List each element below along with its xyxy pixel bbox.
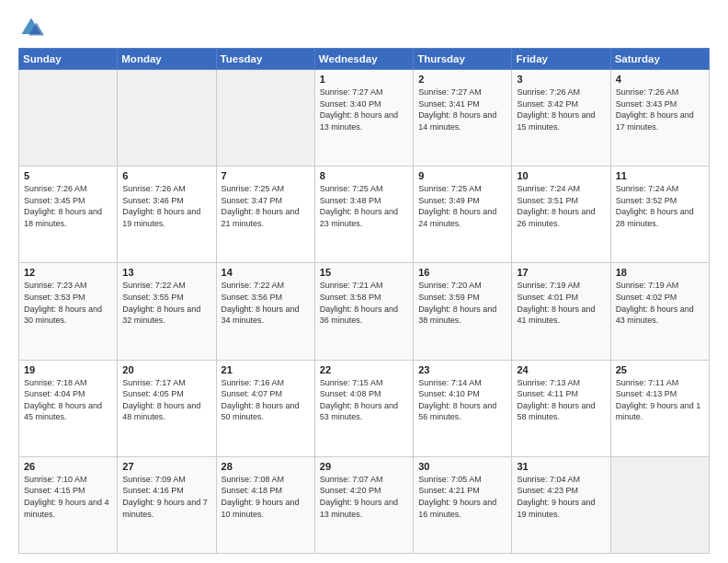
day-info: Sunrise: 7:09 AMSunset: 4:16 PMDaylight:…: [122, 474, 210, 520]
calendar-cell: 30Sunrise: 7:05 AMSunset: 4:21 PMDayligh…: [414, 456, 512, 553]
day-number: 21: [222, 364, 310, 375]
calendar-cell: 4Sunrise: 7:26 AMSunset: 3:43 PMDaylight…: [610, 70, 709, 167]
calendar-cell: 21Sunrise: 7:16 AMSunset: 4:07 PMDayligh…: [216, 360, 314, 456]
calendar-cell: 26Sunrise: 7:10 AMSunset: 4:15 PMDayligh…: [19, 456, 118, 553]
day-number: 6: [122, 170, 210, 181]
calendar-cell: 20Sunrise: 7:17 AMSunset: 4:05 PMDayligh…: [118, 360, 216, 456]
calendar-cell: [216, 70, 314, 167]
calendar-cell: 28Sunrise: 7:08 AMSunset: 4:18 PMDayligh…: [216, 456, 314, 553]
day-info: Sunrise: 7:22 AMSunset: 3:56 PMDaylight:…: [222, 280, 310, 326]
calendar-cell: 31Sunrise: 7:04 AMSunset: 4:23 PMDayligh…: [512, 456, 610, 553]
calendar-cell: 2Sunrise: 7:27 AMSunset: 3:41 PMDaylight…: [414, 70, 512, 167]
day-info: Sunrise: 7:24 AMSunset: 3:51 PMDaylight:…: [517, 183, 605, 229]
logo-icon: [18, 15, 44, 40]
day-number: 20: [122, 364, 210, 375]
day-info: Sunrise: 7:07 AMSunset: 4:20 PMDaylight:…: [320, 474, 408, 520]
calendar-cell: 5Sunrise: 7:26 AMSunset: 3:45 PMDaylight…: [19, 167, 118, 263]
page: SundayMondayTuesdayWednesdayThursdayFrid…: [0, 0, 728, 563]
day-number: 3: [517, 74, 605, 85]
calendar-cell: 15Sunrise: 7:21 AMSunset: 3:58 PMDayligh…: [314, 263, 413, 360]
day-info: Sunrise: 7:16 AMSunset: 4:07 PMDaylight:…: [222, 377, 310, 423]
day-number: 26: [24, 461, 112, 472]
day-number: 31: [517, 461, 605, 472]
day-number: 1: [320, 74, 408, 85]
day-number: 30: [418, 461, 506, 472]
day-number: 17: [517, 267, 605, 278]
day-info: Sunrise: 7:25 AMSunset: 3:49 PMDaylight:…: [418, 183, 506, 229]
day-number: 14: [222, 267, 310, 278]
day-info: Sunrise: 7:23 AMSunset: 3:53 PMDaylight:…: [24, 280, 112, 326]
day-info: Sunrise: 7:04 AMSunset: 4:23 PMDaylight:…: [517, 474, 605, 520]
calendar-cell: 14Sunrise: 7:22 AMSunset: 3:56 PMDayligh…: [216, 263, 314, 360]
weekday-header-thursday: Thursday: [414, 49, 512, 70]
weekday-header-sunday: Sunday: [19, 49, 118, 70]
weekday-header-tuesday: Tuesday: [216, 49, 314, 70]
calendar-cell: 1Sunrise: 7:27 AMSunset: 3:40 PMDaylight…: [314, 70, 413, 167]
day-number: 28: [222, 461, 310, 472]
day-number: 2: [418, 74, 506, 85]
day-info: Sunrise: 7:15 AMSunset: 4:08 PMDaylight:…: [320, 377, 408, 423]
day-info: Sunrise: 7:19 AMSunset: 4:01 PMDaylight:…: [517, 280, 605, 326]
calendar-cell: 23Sunrise: 7:14 AMSunset: 4:10 PMDayligh…: [414, 360, 512, 456]
calendar-cell: 24Sunrise: 7:13 AMSunset: 4:11 PMDayligh…: [512, 360, 610, 456]
day-info: Sunrise: 7:19 AMSunset: 4:02 PMDaylight:…: [616, 280, 704, 326]
weekday-header-row: SundayMondayTuesdayWednesdayThursdayFrid…: [19, 49, 710, 70]
calendar-week-1: 1Sunrise: 7:27 AMSunset: 3:40 PMDaylight…: [19, 70, 710, 167]
day-info: Sunrise: 7:25 AMSunset: 3:47 PMDaylight:…: [222, 183, 310, 229]
calendar-cell: 11Sunrise: 7:24 AMSunset: 3:52 PMDayligh…: [610, 167, 709, 263]
calendar-cell: 25Sunrise: 7:11 AMSunset: 4:13 PMDayligh…: [610, 360, 709, 456]
day-number: 29: [320, 461, 408, 472]
day-number: 23: [418, 364, 506, 375]
day-info: Sunrise: 7:08 AMSunset: 4:18 PMDaylight:…: [222, 474, 310, 520]
day-number: 10: [517, 170, 605, 181]
weekday-header-saturday: Saturday: [610, 49, 709, 70]
day-info: Sunrise: 7:21 AMSunset: 3:58 PMDaylight:…: [320, 280, 408, 326]
day-info: Sunrise: 7:26 AMSunset: 3:43 PMDaylight:…: [616, 86, 704, 132]
day-info: Sunrise: 7:27 AMSunset: 3:41 PMDaylight:…: [418, 86, 506, 132]
calendar-cell: 19Sunrise: 7:18 AMSunset: 4:04 PMDayligh…: [19, 360, 118, 456]
calendar-cell: [118, 70, 216, 167]
day-number: 12: [24, 267, 112, 278]
calendar-week-5: 26Sunrise: 7:10 AMSunset: 4:15 PMDayligh…: [19, 456, 710, 553]
calendar-cell: 8Sunrise: 7:25 AMSunset: 3:48 PMDaylight…: [314, 167, 413, 263]
day-number: 8: [320, 170, 408, 181]
calendar-week-2: 5Sunrise: 7:26 AMSunset: 3:45 PMDaylight…: [19, 167, 710, 263]
day-info: Sunrise: 7:26 AMSunset: 3:42 PMDaylight:…: [517, 86, 605, 132]
calendar-cell: 22Sunrise: 7:15 AMSunset: 4:08 PMDayligh…: [314, 360, 413, 456]
calendar-cell: 12Sunrise: 7:23 AMSunset: 3:53 PMDayligh…: [19, 263, 118, 360]
calendar-cell: [610, 456, 709, 553]
calendar-week-3: 12Sunrise: 7:23 AMSunset: 3:53 PMDayligh…: [19, 263, 710, 360]
day-info: Sunrise: 7:20 AMSunset: 3:59 PMDaylight:…: [418, 280, 506, 326]
day-number: 22: [320, 364, 408, 375]
day-number: 5: [24, 170, 112, 181]
day-number: 9: [418, 170, 506, 181]
calendar-cell: 3Sunrise: 7:26 AMSunset: 3:42 PMDaylight…: [512, 70, 610, 167]
day-number: 19: [24, 364, 112, 375]
calendar-cell: 27Sunrise: 7:09 AMSunset: 4:16 PMDayligh…: [118, 456, 216, 553]
day-info: Sunrise: 7:24 AMSunset: 3:52 PMDaylight:…: [616, 183, 704, 229]
calendar-cell: 13Sunrise: 7:22 AMSunset: 3:55 PMDayligh…: [118, 263, 216, 360]
calendar-cell: 9Sunrise: 7:25 AMSunset: 3:49 PMDaylight…: [414, 167, 512, 263]
calendar-week-4: 19Sunrise: 7:18 AMSunset: 4:04 PMDayligh…: [19, 360, 710, 456]
weekday-header-friday: Friday: [512, 49, 610, 70]
day-number: 16: [418, 267, 506, 278]
logo: [18, 15, 48, 40]
day-info: Sunrise: 7:10 AMSunset: 4:15 PMDaylight:…: [24, 474, 112, 520]
weekday-header-monday: Monday: [118, 49, 216, 70]
calendar-table: SundayMondayTuesdayWednesdayThursdayFrid…: [18, 48, 710, 554]
day-number: 11: [616, 170, 704, 181]
day-number: 24: [517, 364, 605, 375]
day-info: Sunrise: 7:27 AMSunset: 3:40 PMDaylight:…: [320, 86, 408, 132]
day-info: Sunrise: 7:05 AMSunset: 4:21 PMDaylight:…: [418, 474, 506, 520]
calendar-cell: 6Sunrise: 7:26 AMSunset: 3:46 PMDaylight…: [118, 167, 216, 263]
day-info: Sunrise: 7:22 AMSunset: 3:55 PMDaylight:…: [122, 280, 210, 326]
calendar-cell: [19, 70, 118, 167]
calendar-cell: 16Sunrise: 7:20 AMSunset: 3:59 PMDayligh…: [414, 263, 512, 360]
day-number: 27: [122, 461, 210, 472]
calendar-cell: 18Sunrise: 7:19 AMSunset: 4:02 PMDayligh…: [610, 263, 709, 360]
day-number: 4: [616, 74, 704, 85]
header: [18, 15, 710, 40]
day-info: Sunrise: 7:25 AMSunset: 3:48 PMDaylight:…: [320, 183, 408, 229]
day-info: Sunrise: 7:26 AMSunset: 3:46 PMDaylight:…: [122, 183, 210, 229]
day-number: 13: [122, 267, 210, 278]
